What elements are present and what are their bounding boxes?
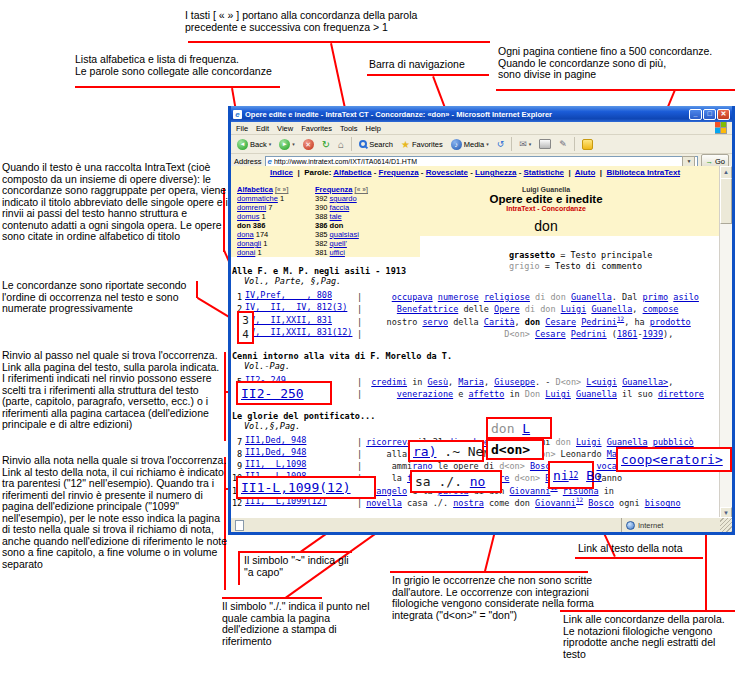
word-link[interactable]: Luigi: [576, 437, 602, 447]
word-link[interactable]: venerazione: [397, 389, 453, 399]
word-link[interactable]: II2- 250: [241, 386, 304, 401]
word-link[interactable]: ricorreva: [366, 437, 412, 447]
menu-favorites[interactable]: Favorites: [301, 124, 332, 133]
word-link[interactable]: faccia: [330, 203, 350, 212]
word-link[interactable]: Statistiche: [524, 168, 564, 177]
forward-button[interactable]: ▾: [276, 138, 298, 151]
word-link[interactable]: dommatiche: [237, 194, 278, 203]
word-link[interactable]: Maria: [458, 377, 484, 387]
word-link[interactable]: Cesare: [545, 317, 576, 327]
passage-reference-link[interactable]: IV, II,XXII, 831: [245, 315, 353, 325]
search-button[interactable]: Search: [356, 139, 396, 150]
passage-reference-link[interactable]: IV, II, IV, 812(3): [245, 302, 353, 312]
word-link[interactable]: Opere: [494, 304, 520, 314]
menu-edit[interactable]: Edit: [256, 124, 269, 133]
word-link[interactable]: domremi: [237, 203, 266, 212]
word-link[interactable]: prodotto: [650, 317, 691, 327]
passage-reference-link[interactable]: IV,Pref, , 808: [245, 290, 353, 300]
home-button[interactable]: [335, 138, 347, 151]
word-link[interactable]: tale: [330, 212, 342, 221]
menu-view[interactable]: View: [277, 124, 293, 133]
passage-reference-link[interactable]: II1, L,1098: [245, 459, 353, 469]
word-link[interactable]: ra): [413, 444, 436, 459]
frequency-list-link[interactable]: Frequenza: [315, 185, 353, 194]
window-titlebar[interactable]: e Opere edite e inedite - IntraText CT -…: [231, 106, 732, 122]
word-link[interactable]: Bosco: [588, 498, 614, 508]
scrollbar-thumb[interactable]: [720, 178, 732, 224]
maximize-button[interactable]: □: [703, 109, 716, 120]
edit-button[interactable]: [556, 138, 570, 150]
word-link[interactable]: ni: [553, 468, 569, 483]
word-link[interactable]: asilo: [673, 292, 699, 302]
prev-next-word-links[interactable]: [« »]: [275, 186, 288, 193]
word-link[interactable]: compose: [643, 304, 679, 314]
word-link[interactable]: uffici: [330, 248, 345, 257]
word-link[interactable]: Aiuto: [575, 168, 595, 177]
print-button[interactable]: [536, 138, 554, 150]
stop-button[interactable]: [300, 138, 317, 151]
passage-reference-link[interactable]: II1,Ded, 948: [245, 435, 353, 445]
word-link[interactable]: sguardo: [330, 194, 357, 203]
word-link[interactable]: Giuseppe: [494, 377, 535, 387]
word-link[interactable]: affetto: [469, 389, 505, 399]
word-link[interactable]: dona: [237, 230, 254, 239]
word-link[interactable]: novella: [366, 498, 402, 508]
word-link[interactable]: Indice: [270, 168, 293, 177]
word-link[interactable]: occupava: [392, 292, 433, 302]
word-link[interactable]: 1861: [617, 329, 637, 339]
word-link[interactable]: Giovanni: [535, 498, 576, 508]
word-link[interactable]: Guanella: [576, 389, 617, 399]
word-link[interactable]: pubblicò: [653, 437, 694, 447]
word-link[interactable]: religiose: [484, 292, 530, 302]
word-link[interactable]: Gesù: [428, 377, 448, 387]
note-number-link[interactable]: 12: [569, 471, 579, 480]
word-link[interactable]: Guanella: [607, 437, 648, 447]
word-link[interactable]: qualsiasi: [330, 230, 359, 239]
alphabetical-list-link[interactable]: Alfabetica: [237, 185, 273, 194]
word-link[interactable]: Frequenza: [379, 168, 419, 177]
address-input[interactable]: e http://www.intratext.com/IXT/ITA0614/D…: [265, 156, 699, 167]
menu-help[interactable]: Help: [366, 124, 381, 133]
word-link[interactable]: nostra: [453, 498, 484, 508]
word-link[interactable]: Pedrini: [581, 317, 617, 327]
word-link[interactable]: Guanella>: [622, 377, 668, 387]
word-link[interactable]: L<uigi: [586, 377, 617, 387]
word-link[interactable]: coop<eratori>: [621, 452, 723, 467]
word-link[interactable]: Guanella: [571, 292, 612, 302]
word-link[interactable]: Bo: [586, 468, 602, 483]
word-link[interactable]: donagli: [237, 239, 261, 248]
prev-next-freq-links[interactable]: [« »]: [355, 186, 368, 193]
mail-button[interactable]: ▾: [516, 138, 534, 150]
resize-grip[interactable]: [720, 518, 732, 532]
media-button[interactable]: Media▾: [448, 138, 492, 151]
word-link[interactable]: donai: [237, 248, 255, 257]
word-link[interactable]: Alfabetica: [333, 168, 371, 177]
word-link[interactable]: Rovesciate: [426, 168, 468, 177]
address-dropdown-icon[interactable]: ▼: [682, 156, 695, 167]
word-link[interactable]: numerose: [438, 292, 479, 302]
favorites-button[interactable]: Favorites: [398, 138, 446, 151]
word-link[interactable]: Biblioteca IntraText: [606, 168, 680, 177]
word-link[interactable]: L: [522, 421, 530, 436]
word-link[interactable]: domus: [237, 212, 260, 221]
close-button[interactable]: ✕: [717, 109, 730, 120]
menu-file[interactable]: File: [236, 124, 248, 133]
word-link[interactable]: Pedrini: [571, 329, 607, 339]
word-link[interactable]: Luigi: [545, 389, 571, 399]
messenger-button[interactable]: [579, 138, 596, 151]
word-link[interactable]: Guanella: [591, 304, 632, 314]
word-link[interactable]: Benefattrice: [397, 304, 458, 314]
word-link[interactable]: servo: [422, 317, 448, 327]
word-link[interactable]: Lunghezza: [475, 168, 516, 177]
history-button[interactable]: [494, 138, 508, 150]
back-button[interactable]: Back▾: [234, 138, 274, 151]
word-link[interactable]: II1-L,1099(12): [241, 480, 351, 495]
word-link[interactable]: quell': [330, 239, 347, 248]
word-link[interactable]: Luigi: [561, 304, 587, 314]
word-link[interactable]: primo: [643, 292, 669, 302]
word-link[interactable]: bisogno: [645, 498, 681, 508]
menu-tools[interactable]: Tools: [340, 124, 358, 133]
refresh-button[interactable]: [319, 138, 333, 151]
word-link[interactable]: direttore: [658, 389, 704, 399]
minimize-button[interactable]: _: [689, 109, 702, 120]
